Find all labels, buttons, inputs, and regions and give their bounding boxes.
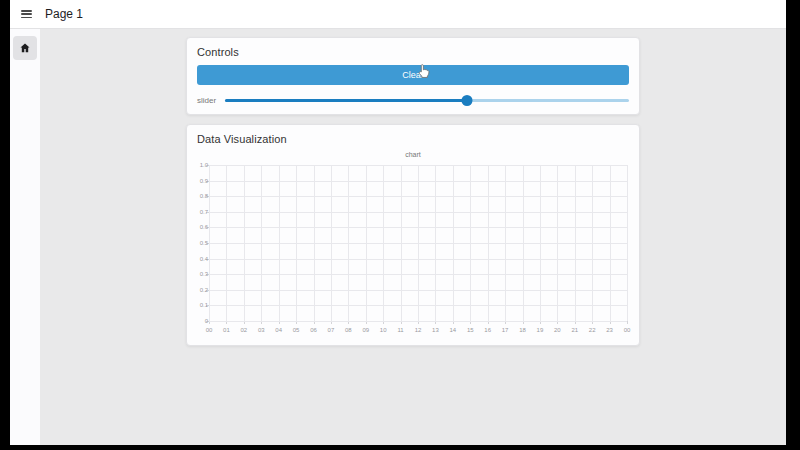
gridline-horizontal: [209, 321, 627, 322]
y-tick-label: 0.8: [196, 193, 208, 199]
x-tick-label: 09: [358, 327, 374, 333]
x-tick-label: 06: [306, 327, 322, 333]
y-tick-label: 0.5: [196, 240, 208, 246]
y-tick-label: 0.1: [196, 302, 208, 308]
chart: chart 0001020304050607080910111213141516…: [197, 151, 629, 337]
slider-fill: [225, 99, 467, 102]
x-tick-label: 04: [271, 327, 287, 333]
x-tick-label: 17: [497, 327, 513, 333]
slider-track[interactable]: [225, 99, 629, 102]
visualization-panel: Data Visualization chart 000102030405060…: [186, 124, 640, 346]
x-tick-label: 01: [218, 327, 234, 333]
x-tick-label: 11: [393, 327, 409, 333]
x-tick-label: 02: [236, 327, 252, 333]
x-tick-label: 16: [480, 327, 496, 333]
x-tick-label: 20: [549, 327, 565, 333]
gridline-horizontal: [209, 305, 627, 306]
visualization-panel-title: Data Visualization: [197, 133, 629, 145]
x-tick-label: 10: [375, 327, 391, 333]
x-tick-label: 22: [584, 327, 600, 333]
y-tick-label: 0.4: [196, 256, 208, 262]
gridline-horizontal: [209, 181, 627, 182]
x-tick-mark: [627, 321, 628, 324]
y-tick-label: 0.9: [196, 178, 208, 184]
slider-row: slider: [197, 94, 629, 106]
y-tick-label: 0: [196, 318, 208, 324]
clear-button[interactable]: Clear: [197, 65, 629, 85]
topbar: Page 1: [10, 0, 786, 29]
gridline-vertical: [627, 165, 628, 321]
hamburger-icon[interactable]: [21, 10, 32, 18]
gridline-horizontal: [209, 227, 627, 228]
x-tick-label: 00: [619, 327, 635, 333]
gridline-horizontal: [209, 212, 627, 213]
y-tick-label: 0.2: [196, 287, 208, 293]
gridline-horizontal: [209, 274, 627, 275]
x-tick-label: 07: [323, 327, 339, 333]
home-icon: [19, 42, 31, 54]
gridline-horizontal: [209, 259, 627, 260]
x-tick-label: 03: [253, 327, 269, 333]
y-tick-label: 0.6: [196, 224, 208, 230]
x-tick-label: 18: [515, 327, 531, 333]
chart-plot-area: [209, 165, 627, 321]
main-content: Controls Clear slider Data Visualization…: [40, 29, 786, 445]
x-tick-label: 08: [340, 327, 356, 333]
sidebar: [10, 29, 40, 445]
app-window: Page 1 Controls Clear slider: [10, 0, 786, 445]
page-title: Page 1: [45, 7, 83, 21]
x-tick-label: 00: [201, 327, 217, 333]
x-tick-label: 21: [567, 327, 583, 333]
y-tick-label: 0.3: [196, 271, 208, 277]
gridline-horizontal: [209, 243, 627, 244]
chart-title: chart: [197, 151, 629, 158]
sidebar-item-home[interactable]: [13, 36, 37, 60]
controls-panel: Controls Clear slider: [186, 37, 640, 115]
slider-thumb[interactable]: [462, 95, 473, 106]
controls-panel-title: Controls: [197, 46, 629, 58]
slider-label: slider: [197, 96, 216, 105]
y-tick-label: 1.0: [196, 162, 208, 168]
x-tick-label: 23: [602, 327, 618, 333]
gridline-horizontal: [209, 290, 627, 291]
gridline-horizontal: [209, 196, 627, 197]
x-tick-label: 19: [532, 327, 548, 333]
x-tick-label: 14: [445, 327, 461, 333]
x-tick-label: 05: [288, 327, 304, 333]
gridline-horizontal: [209, 165, 627, 166]
x-tick-label: 13: [427, 327, 443, 333]
x-tick-label: 12: [410, 327, 426, 333]
y-tick-label: 0.7: [196, 209, 208, 215]
x-tick-label: 15: [462, 327, 478, 333]
